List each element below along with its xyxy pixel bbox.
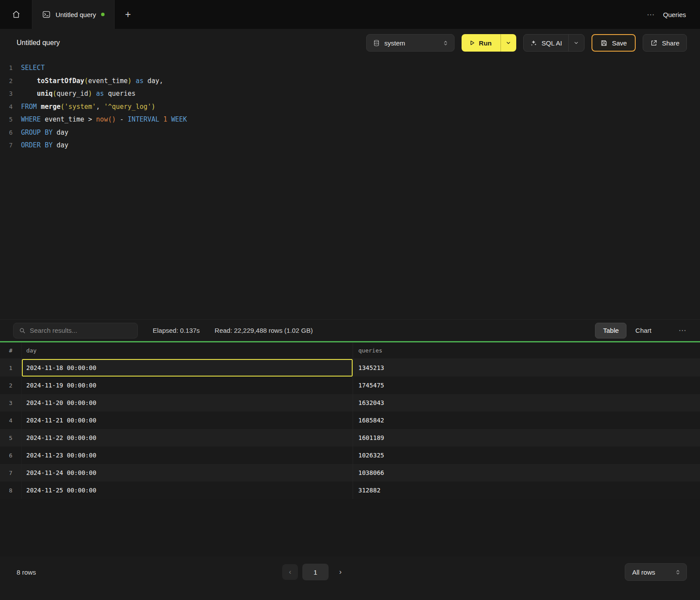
run-button[interactable]: Run bbox=[462, 34, 500, 52]
previous-page-button[interactable]: ‹ bbox=[282, 564, 298, 580]
chart-view-button[interactable]: Chart bbox=[627, 323, 659, 338]
table-header-row: # day queries bbox=[0, 342, 700, 359]
new-tab-button[interactable]: + bbox=[115, 0, 142, 29]
code-line[interactable]: 3 uniq(query_id) as queries bbox=[0, 87, 700, 101]
row-number-cell: 5 bbox=[0, 429, 22, 447]
sql-ai-button[interactable]: SQL AI bbox=[524, 35, 568, 51]
next-page-button[interactable]: › bbox=[333, 564, 348, 580]
code-line[interactable]: 1SELECT bbox=[0, 62, 700, 75]
code-text: WHERE event_time > now() - INTERVAL 1 WE… bbox=[21, 113, 187, 126]
tabbar-more-button[interactable]: ⋯ bbox=[647, 10, 654, 19]
table-row[interactable]: 82024-11-25 00:00:00312882 bbox=[0, 481, 700, 499]
database-selector[interactable]: system bbox=[366, 34, 455, 52]
rows-per-page-value: All rows bbox=[632, 569, 655, 576]
code-text: uniq(query_id) as queries bbox=[21, 87, 136, 101]
query-header: Untitled query system Run bbox=[0, 29, 700, 57]
code-line[interactable]: 4FROM merge('system', '^query_log') bbox=[0, 101, 700, 114]
code-line[interactable]: 2 toStartOfDay(event_time) as day, bbox=[0, 75, 700, 88]
home-icon bbox=[12, 10, 21, 19]
sql-editor[interactable]: 1SELECT2 toStartOfDay(event_time) as day… bbox=[0, 57, 700, 319]
line-number: 3 bbox=[0, 87, 21, 101]
row-count-label: 8 rows bbox=[17, 569, 36, 576]
day-cell[interactable]: 2024-11-23 00:00:00 bbox=[22, 447, 353, 464]
header-actions: system Run bbox=[366, 34, 687, 52]
view-toggle: Table Chart bbox=[595, 323, 659, 338]
day-cell[interactable]: 2024-11-20 00:00:00 bbox=[22, 394, 353, 412]
table-row[interactable]: 42024-11-21 00:00:001685842 bbox=[0, 412, 700, 429]
day-cell[interactable]: 2024-11-22 00:00:00 bbox=[22, 429, 353, 447]
table-row[interactable]: 62024-11-23 00:00:001026325 bbox=[0, 447, 700, 464]
line-number: 5 bbox=[0, 113, 21, 126]
tab-untitled-query[interactable]: Untitled query bbox=[32, 0, 115, 29]
run-button-label: Run bbox=[479, 39, 492, 47]
chevrons-up-down-icon bbox=[442, 40, 449, 46]
save-button[interactable]: Save bbox=[592, 34, 636, 52]
queries-cell[interactable]: 312882 bbox=[353, 481, 700, 499]
code-line[interactable]: 6GROUP BY day bbox=[0, 126, 700, 140]
column-header-index[interactable]: # bbox=[0, 342, 22, 359]
table-row[interactable]: 52024-11-22 00:00:001601189 bbox=[0, 429, 700, 447]
queries-cell[interactable]: 1745475 bbox=[353, 377, 700, 394]
table-view-button[interactable]: Table bbox=[595, 323, 626, 338]
queries-cell[interactable]: 1026325 bbox=[353, 447, 700, 464]
queries-cell[interactable]: 1685842 bbox=[353, 412, 700, 429]
sql-console-app: Untitled query + ⋯ Queries Untitled quer… bbox=[0, 0, 700, 600]
code-text: SELECT bbox=[21, 62, 45, 75]
table-row[interactable]: 32024-11-20 00:00:001632043 bbox=[0, 394, 700, 412]
code-line[interactable]: 5WHERE event_time > now() - INTERVAL 1 W… bbox=[0, 113, 700, 126]
day-cell[interactable]: 2024-11-21 00:00:00 bbox=[22, 412, 353, 429]
run-button-group: Run bbox=[462, 34, 516, 52]
search-icon bbox=[19, 327, 26, 334]
save-button-label: Save bbox=[612, 39, 627, 47]
row-number-cell: 8 bbox=[0, 481, 22, 499]
table-row[interactable]: 72024-11-24 00:00:001038066 bbox=[0, 464, 700, 481]
page-title: Untitled query bbox=[17, 39, 60, 47]
results-more-button[interactable]: ⋯ bbox=[678, 326, 687, 335]
search-results-input[interactable] bbox=[30, 327, 132, 334]
code-line[interactable]: 7ORDER BY day bbox=[0, 139, 700, 152]
code-text: GROUP BY day bbox=[21, 126, 68, 140]
row-number-cell: 1 bbox=[0, 359, 22, 377]
rows-per-page-selector[interactable]: All rows bbox=[625, 563, 687, 581]
line-number: 4 bbox=[0, 101, 21, 114]
line-number: 1 bbox=[0, 62, 21, 75]
share-button[interactable]: Share bbox=[643, 34, 687, 52]
elapsed-stat: Elapsed: 0.137s bbox=[153, 327, 200, 334]
read-stat: Read: 22,229,488 rows (1.02 GB) bbox=[215, 327, 313, 334]
queries-cell[interactable]: 1632043 bbox=[353, 394, 700, 412]
database-selector-value: system bbox=[385, 39, 406, 47]
table-row[interactable]: 22024-11-19 00:00:001745475 bbox=[0, 377, 700, 394]
table-row[interactable]: 12024-11-18 00:00:001345213 bbox=[0, 359, 700, 377]
unsaved-indicator-dot bbox=[101, 13, 105, 16]
queries-cell[interactable]: 1601189 bbox=[353, 429, 700, 447]
tabbar-right: ⋯ Queries bbox=[647, 0, 700, 29]
queries-cell[interactable]: 1038066 bbox=[353, 464, 700, 481]
day-cell[interactable]: 2024-11-18 00:00:00 bbox=[22, 359, 353, 377]
row-number-cell: 3 bbox=[0, 394, 22, 412]
database-icon bbox=[373, 39, 380, 47]
line-number: 2 bbox=[0, 75, 21, 88]
play-icon bbox=[469, 39, 476, 46]
run-options-button[interactable] bbox=[500, 34, 516, 52]
code-text: ORDER BY day bbox=[21, 139, 68, 152]
search-results-box[interactable] bbox=[13, 323, 138, 338]
line-number: 7 bbox=[0, 139, 21, 152]
column-header-day[interactable]: day bbox=[22, 342, 353, 359]
home-button[interactable] bbox=[0, 0, 32, 29]
day-cell[interactable]: 2024-11-25 00:00:00 bbox=[22, 481, 353, 499]
column-header-queries[interactable]: queries bbox=[353, 347, 700, 354]
code-lines: 1SELECT2 toStartOfDay(event_time) as day… bbox=[0, 62, 700, 152]
current-page-button[interactable]: 1 bbox=[302, 564, 329, 580]
day-cell[interactable]: 2024-11-24 00:00:00 bbox=[22, 464, 353, 481]
save-icon bbox=[600, 39, 608, 47]
line-number: 6 bbox=[0, 126, 21, 140]
row-number-cell: 6 bbox=[0, 447, 22, 464]
chevrons-up-down-icon bbox=[675, 569, 681, 576]
sparkles-icon bbox=[530, 39, 537, 47]
queries-cell[interactable]: 1345213 bbox=[353, 359, 700, 377]
sql-ai-options-button[interactable] bbox=[568, 35, 584, 51]
pagination: ‹ 1 › bbox=[282, 564, 348, 580]
share-button-label: Share bbox=[662, 39, 679, 47]
queries-button[interactable]: Queries bbox=[663, 11, 686, 18]
day-cell[interactable]: 2024-11-19 00:00:00 bbox=[22, 377, 353, 394]
